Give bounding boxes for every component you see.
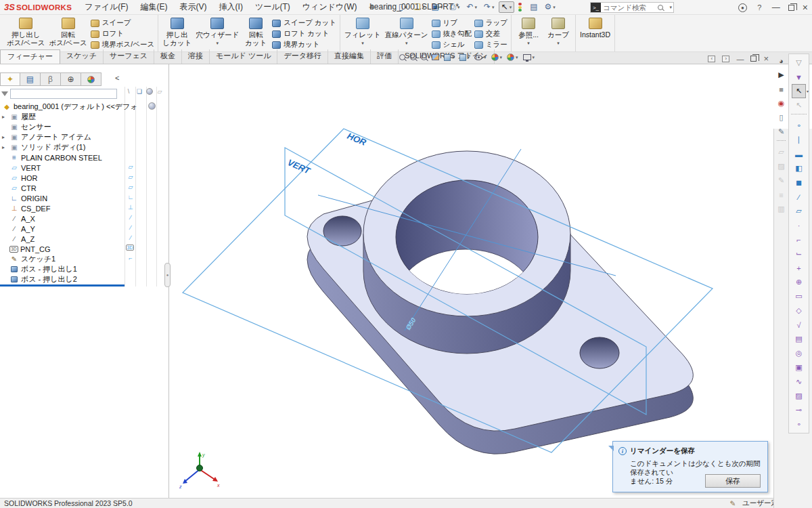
mirror-button[interactable]: ミラー (474, 39, 508, 50)
tree-item-sensors[interactable]: ▣センサー (0, 122, 169, 132)
stop-macro-button[interactable]: ■ (775, 82, 787, 96)
search-caret-icon[interactable]: ▾ (669, 5, 672, 10)
dropdown-caret-icon[interactable]: ▾ (361, 39, 364, 47)
tab-3[interactable]: 板金 (154, 49, 182, 64)
inactive-tool-3-button[interactable]: ✎ (775, 173, 787, 188)
graphics-viewport[interactable]: HOR VERT Ø50 x y z i (170, 64, 773, 498)
display-pane-plane-hor-icon[interactable]: ▱ (127, 173, 135, 180)
command-search-input[interactable] (601, 3, 658, 12)
doc-restore-button[interactable] (750, 56, 757, 62)
tree-item-material[interactable]: ≡PLAIN CARBON STEEL (0, 152, 169, 163)
toggle-selection-filters-button[interactable]: ▼ (790, 70, 807, 84)
filter-datums-button[interactable]: ▣ (790, 360, 807, 375)
menu-2[interactable]: 表示(V) (174, 1, 213, 13)
minimize-button[interactable]: — (772, 3, 780, 12)
instant3d-button[interactable]: Instant3D (578, 16, 612, 39)
tree-item-sketch1[interactable]: ✎スケッチ1⌐ (0, 254, 169, 264)
configuration-manager-tab[interactable]: β (41, 72, 61, 86)
dropdown-caret-icon[interactable]: ▾ (553, 5, 556, 10)
transparency-column-icon[interactable]: ▱ (156, 88, 164, 95)
display-pane-origin-icon[interactable]: ∟ (127, 194, 135, 200)
filter-surface-bodies-button[interactable]: ◧ (790, 161, 807, 175)
plane-label-vert[interactable]: VERT (286, 157, 313, 176)
run-macro-button[interactable]: ▶ (775, 68, 787, 82)
dropdown-caret-icon[interactable]: ▾ (510, 5, 512, 10)
filter-sketch-segments-button[interactable]: ⌐ (790, 232, 807, 247)
doc-minimize-button[interactable]: — (736, 55, 744, 63)
swept-boss-base-button[interactable]: スイープ (91, 18, 154, 28)
display-pane-axis-az-icon[interactable]: ∕ (127, 234, 135, 241)
hide-show-column-icon[interactable]: \ (125, 88, 133, 95)
dropdown-caret-icon[interactable]: ▾ (492, 5, 495, 10)
view-orientation-button[interactable]: ▾ (444, 54, 455, 61)
select-tool-button[interactable]: ↖▾ (792, 84, 806, 98)
extruded-boss-base-button[interactable]: 押し出しボス/ベース (5, 16, 47, 47)
zoom-to-area-button[interactable] (410, 54, 416, 60)
search-icon[interactable] (658, 5, 663, 10)
dropdown-caret-icon[interactable]: ▾ (452, 55, 455, 60)
restore-button[interactable] (788, 5, 794, 11)
dropdown-caret-icon[interactable]: ▾ (807, 89, 809, 93)
expand-arrow-icon[interactable]: ▸ (2, 144, 5, 150)
intersect-button[interactable]: 交差 (474, 28, 508, 39)
filter-sketch-points-button[interactable]: · (790, 218, 807, 232)
expand-arrow-icon[interactable]: ▸ (2, 114, 5, 120)
dropdown-caret-icon[interactable]: ▾ (527, 39, 530, 47)
new-macro-button[interactable]: ▯ (775, 110, 787, 125)
wrap-button[interactable]: ラップ (474, 18, 508, 28)
dropdown-caret-icon[interactable]: ▾ (468, 55, 470, 60)
select-tool-alt-button[interactable]: ↖ (790, 98, 807, 112)
filter-hatch-button[interactable]: ▨ (790, 389, 807, 403)
filter-planes-button[interactable]: ▱ (790, 204, 807, 218)
filter-routing-points-button[interactable]: ∘ (790, 417, 807, 431)
boundary-boss-base-button[interactable]: 境界ボス/ベース (91, 39, 154, 50)
tab-5[interactable]: モールド ツール (210, 49, 277, 64)
display-manager-tab[interactable] (81, 72, 102, 86)
record-macro-button[interactable]: ◉ (775, 96, 787, 110)
dropdown-caret-icon[interactable]: ▾ (216, 39, 219, 47)
save-button[interactable]: 保存 (705, 474, 761, 488)
tree-item-cs-def[interactable]: ⊥CS_DEF⊥ (0, 203, 169, 213)
inactive-tool-5-button[interactable]: ▥ (775, 202, 787, 216)
file-properties-button[interactable]: ▤ (527, 1, 540, 13)
filter-balloons-button[interactable]: ◎ (790, 346, 807, 360)
filter-surface-finish-button[interactable]: ◇ (790, 303, 807, 318)
dropdown-caret-icon[interactable]: ▾ (533, 55, 535, 60)
help-icon[interactable]: ? (755, 3, 764, 12)
display-pane-sketch1-icon[interactable]: ⌐ (127, 255, 135, 261)
rib-button[interactable]: リブ (432, 18, 472, 28)
display-pane-plane-ctr-icon[interactable]: ▱ (127, 184, 135, 190)
display-pane-axis-ay-icon[interactable]: ∕ (127, 224, 135, 231)
reference-geometry-button[interactable]: 参照...▾ (514, 16, 543, 48)
dropdown-caret-icon[interactable]: ▾ (484, 55, 487, 60)
inactive-tool-1-button[interactable]: ▱ (775, 145, 787, 159)
rollback-bar[interactable] (0, 284, 125, 287)
tree-item-annotations[interactable]: ▸▣アノテート アイテム (0, 132, 169, 142)
dropdown-caret-icon[interactable]: ▾ (405, 39, 408, 47)
filter-connection-points-button[interactable]: ⊸ (790, 403, 807, 417)
select-button[interactable]: ↖▾ (499, 1, 515, 13)
shell-button[interactable]: シェル (432, 39, 472, 50)
tree-item-plane-hor[interactable]: ▱HOR▱ (0, 173, 169, 183)
revolved-boss-base-button[interactable]: 回転ボス/ベース (47, 16, 89, 47)
swept-cut-button[interactable]: スイープ カット (272, 18, 336, 28)
appearance-column-icon[interactable] (146, 88, 153, 95)
menu-5[interactable]: ウィンドウ(W) (296, 1, 363, 13)
featuremanager-tree-tab[interactable]: ✦ (0, 72, 20, 86)
filter-faces-button[interactable]: ▬ (790, 147, 807, 161)
revolved-cut-button[interactable]: 回転カット (241, 16, 271, 47)
inactive-tool-4-button[interactable]: ≡ (775, 188, 787, 202)
tab-0[interactable]: フィーチャー (0, 49, 60, 64)
lofted-boss-base-button[interactable]: ロフト (91, 28, 154, 39)
view-settings-button[interactable]: ▾ (523, 54, 535, 60)
undo-button[interactable]: ↶▾ (464, 1, 480, 13)
plane-label-hor[interactable]: HOR (346, 131, 368, 148)
filter-blocks-button[interactable]: ∿ (790, 375, 807, 389)
tab-8[interactable]: 評価 (371, 49, 399, 64)
draft-button[interactable]: 抜き勾配 (432, 28, 472, 39)
filter-notes-button[interactable]: ▤ (790, 332, 807, 346)
collapse-right-pane-icon[interactable]: › (722, 56, 729, 62)
expand-arrow-icon[interactable]: ▸ (2, 134, 5, 140)
panel-splitter-handle[interactable]: ● (164, 263, 171, 287)
edit-appearance-button[interactable]: ▾ (491, 54, 503, 61)
